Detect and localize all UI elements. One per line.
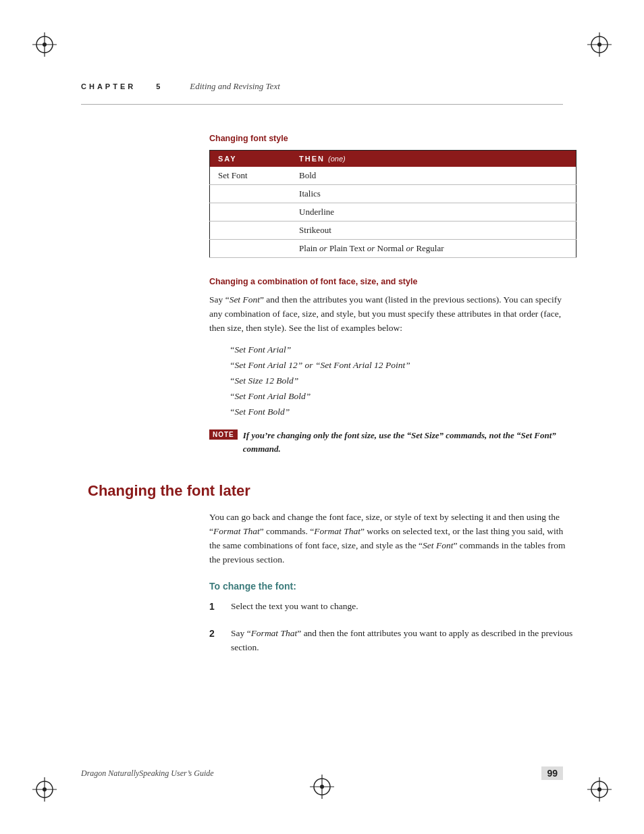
row1-then: Bold — [291, 167, 576, 185]
section3-break: Changing the font later You can go back … — [209, 475, 576, 654]
example-line-1: “Set Font Arial” — [230, 342, 576, 358]
step2-text: Say “Format That” and then the font attr… — [231, 627, 576, 655]
col-then-sub: (one) — [328, 155, 346, 163]
table-row: Plain or Plain Text or Normal or Regular — [210, 240, 576, 258]
table-header-row: SAY THEN (one) — [210, 151, 576, 167]
row5-then: Plain or Plain Text or Normal or Regular — [291, 240, 576, 258]
corner-mark-bl — [32, 777, 57, 802]
corner-mark-tl — [32, 32, 57, 57]
example-line-4: “Set Font Arial Bold” — [230, 389, 576, 405]
corner-mark-tr — [587, 32, 612, 57]
table-row: Italics — [210, 185, 576, 203]
chapter-title-header: Editing and Revising Text — [190, 81, 279, 92]
row4-say — [210, 221, 292, 240]
col-say: SAY — [210, 151, 292, 167]
row2-say — [210, 185, 292, 203]
table-body: Set Font Bold Italics Underline Strikeou… — [210, 167, 576, 258]
step1-text: Select the text you want to change. — [231, 600, 358, 615]
section1-heading: Changing font style — [209, 134, 576, 143]
col-then: THEN (one) — [291, 151, 576, 167]
corner-mark-br — [587, 777, 612, 802]
row1-say: Set Font — [210, 167, 292, 185]
page: CHAPTER 5 Editing and Revising Text Chan… — [0, 0, 644, 834]
svg-point-19 — [320, 785, 324, 789]
chapter-number: 5 — [156, 82, 163, 90]
section2-body1: Say “Set Font” and then the attributes y… — [209, 293, 576, 336]
font-style-table: SAY THEN (one) Set Font Bold Italics — [209, 150, 576, 258]
note-box: NOTE If you’re changing only the font si… — [209, 429, 576, 455]
note-text: If you’re changing only the font size, u… — [243, 429, 576, 455]
list-item: 2 Say “Format That” and then the font at… — [209, 627, 576, 655]
page-header: CHAPTER 5 Editing and Revising Text — [81, 81, 563, 92]
row2-then: Italics — [291, 185, 576, 203]
footer-title: Dragon NaturallySpeaking User’s Guide — [81, 768, 214, 779]
section3-big-heading: Changing the font later — [88, 482, 576, 500]
row4-then: Strikeout — [291, 221, 576, 240]
note-badge: NOTE — [209, 429, 238, 440]
step1-num: 1 — [209, 600, 221, 615]
step2-num: 2 — [209, 627, 221, 655]
col-then-label: THEN — [299, 155, 325, 163]
list-item: 1 Select the text you want to change. — [209, 600, 576, 615]
table-row: Strikeout — [210, 221, 576, 240]
example-line-5: “Set Font Bold” — [230, 405, 576, 420]
svg-point-11 — [43, 787, 47, 791]
svg-point-15 — [597, 787, 601, 791]
row5-say — [210, 240, 292, 258]
footer-page-number: 99 — [541, 766, 563, 780]
examples-block: “Set Font Arial” “Set Font Arial 12” or … — [230, 342, 576, 420]
example-line-3: “Set Size 12 Bold” — [230, 373, 576, 389]
svg-point-7 — [597, 43, 601, 47]
row3-say — [210, 203, 292, 221]
chapter-label: CHAPTER — [81, 82, 136, 90]
table-row: Set Font Bold — [210, 167, 576, 185]
numbered-steps: 1 Select the text you want to change. 2 … — [209, 600, 576, 655]
section2-heading: Changing a combination of font face, siz… — [209, 277, 576, 286]
svg-point-3 — [43, 43, 47, 47]
section3-body1: You can go back and change the font face… — [209, 511, 576, 567]
main-content: Changing font style SAY THEN (one) Set F… — [209, 115, 576, 753]
bottom-center-mark — [310, 775, 334, 802]
row3-then: Underline — [291, 203, 576, 221]
example-line-2: “Set Font Arial 12” or “Set Font Arial 1… — [230, 358, 576, 373]
subsection-heading: To change the font: — [209, 581, 576, 592]
header-rule — [81, 104, 563, 105]
table-row: Underline — [210, 203, 576, 221]
